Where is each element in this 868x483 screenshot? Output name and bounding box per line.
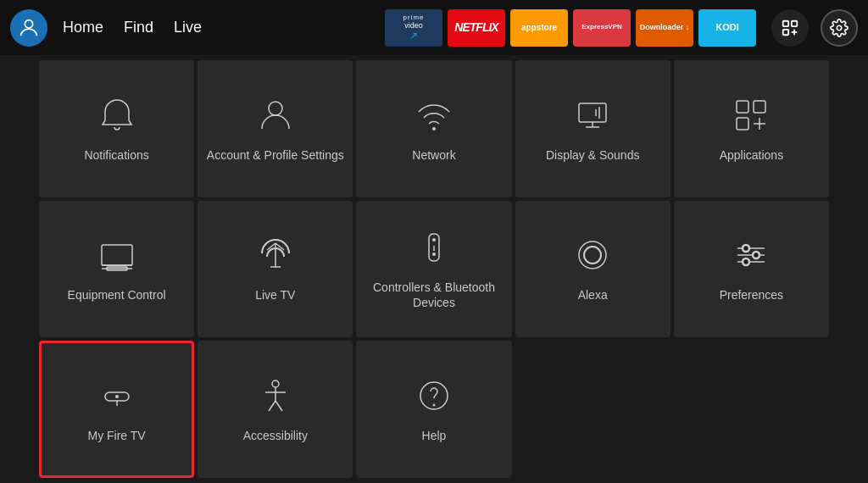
svg-point-41	[115, 395, 119, 398]
app-expressvpn[interactable]: ExpressVPN	[573, 9, 631, 47]
app-shortcuts: prime video ↗ NETFLIX appstore ExpressVP…	[385, 9, 756, 47]
sliders-icon	[731, 235, 771, 279]
bell-icon	[97, 95, 137, 139]
svg-point-38	[743, 258, 749, 265]
fire-tv-icon	[97, 375, 137, 419]
svg-point-48	[432, 404, 435, 407]
nav-find[interactable]: Find	[124, 19, 153, 36]
settings-button[interactable]	[821, 9, 858, 47]
applications-label: Applications	[720, 147, 784, 163]
svg-point-30	[432, 253, 436, 256]
alexa-label: Alexa	[578, 287, 608, 303]
top-navigation: Home Find Live prime video ↗ NETFLIX app…	[0, 0, 868, 55]
svg-line-46	[275, 401, 282, 411]
display-sounds-label: Display & Sounds	[546, 147, 640, 163]
svg-point-37	[753, 252, 760, 258]
settings-live-tv[interactable]: Live TV	[198, 201, 353, 338]
monitor-sound-icon	[572, 95, 613, 139]
remote-icon	[414, 227, 454, 271]
app-downloader[interactable]: Downloader ↓	[636, 9, 693, 47]
settings-network[interactable]: Network	[356, 60, 511, 197]
svg-rect-14	[737, 101, 748, 113]
settings-controllers-bluetooth[interactable]: Controllers & Bluetooth Devices	[356, 201, 511, 338]
svg-rect-19	[102, 245, 132, 265]
svg-point-42	[272, 380, 279, 387]
nav-live[interactable]: Live	[174, 19, 202, 36]
tv-icon	[97, 235, 137, 279]
settings-grid: Notifications Account & Profile Settings…	[0, 55, 868, 483]
alexa-icon	[572, 235, 613, 279]
settings-equipment-control[interactable]: Equipment Control	[39, 201, 194, 338]
person-icon	[255, 95, 296, 139]
preferences-label: Preferences	[720, 287, 783, 303]
svg-point-36	[743, 245, 749, 252]
settings-accessibility[interactable]: Accessibility	[198, 341, 353, 478]
my-fire-tv-label: My Fire TV	[87, 428, 145, 443]
settings-account[interactable]: Account & Profile Settings	[198, 60, 353, 197]
app-prime-video[interactable]: prime video ↗	[385, 9, 442, 47]
antenna-icon	[255, 235, 296, 279]
avatar[interactable]	[10, 9, 47, 47]
svg-point-32	[584, 247, 601, 264]
app-netflix[interactable]: NETFLIX	[448, 9, 505, 47]
wifi-icon	[414, 95, 454, 139]
grid-plus-icon	[731, 95, 771, 139]
svg-point-7	[269, 102, 282, 115]
live-tv-label: Live TV	[255, 287, 295, 303]
svg-rect-9	[579, 103, 606, 122]
network-label: Network	[412, 147, 455, 163]
help-label: Help	[422, 428, 447, 443]
controllers-bluetooth-label: Controllers & Bluetooth Devices	[364, 280, 503, 310]
grid-view-button[interactable]	[771, 9, 809, 47]
settings-help[interactable]: Help	[356, 341, 511, 478]
settings-notifications[interactable]: Notifications	[39, 60, 194, 197]
notifications-label: Notifications	[84, 147, 148, 163]
nav-home[interactable]: Home	[63, 19, 103, 36]
svg-rect-1	[783, 20, 788, 25]
accessibility-icon	[255, 375, 296, 419]
svg-rect-2	[792, 20, 797, 25]
settings-preferences[interactable]: Preferences	[674, 201, 829, 338]
app-appstore[interactable]: appstore	[510, 9, 568, 47]
account-label: Account & Profile Settings	[207, 147, 344, 163]
svg-point-6	[837, 25, 842, 31]
question-icon	[414, 375, 454, 419]
svg-rect-15	[754, 101, 765, 113]
settings-display-sounds[interactable]: Display & Sounds	[515, 60, 670, 197]
settings-applications[interactable]: Applications	[674, 60, 829, 197]
svg-point-0	[25, 19, 32, 27]
settings-my-fire-tv[interactable]: My Fire TV	[39, 341, 194, 478]
nav-links: Home Find Live	[63, 19, 202, 36]
equipment-control-label: Equipment Control	[68, 287, 166, 303]
svg-point-8	[432, 127, 436, 130]
app-kodi[interactable]: KODI	[698, 9, 756, 47]
svg-rect-3	[783, 29, 788, 34]
svg-rect-16	[737, 118, 748, 130]
svg-line-45	[269, 401, 275, 411]
settings-alexa[interactable]: Alexa	[515, 201, 670, 338]
svg-point-31	[579, 242, 606, 269]
accessibility-label: Accessibility	[243, 428, 308, 443]
